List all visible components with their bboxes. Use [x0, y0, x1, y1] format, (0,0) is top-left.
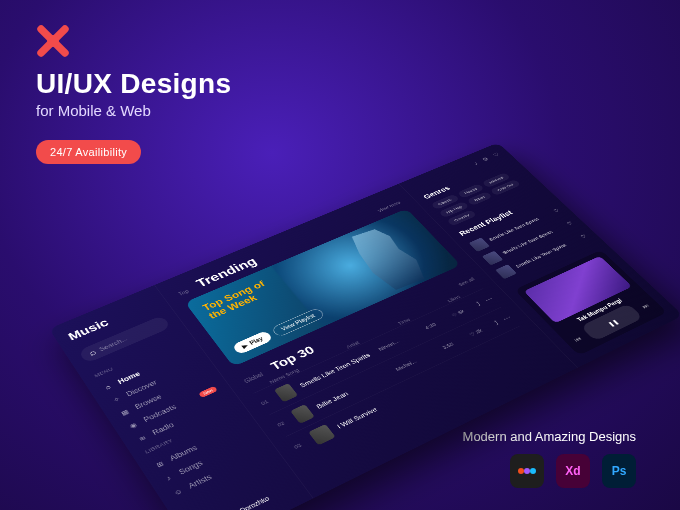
see-all-link[interactable]: See all	[457, 277, 475, 288]
more-icon[interactable]: ⋯	[501, 314, 513, 323]
track-time: 3:55	[441, 336, 465, 350]
heart-icon[interactable]: ♡	[552, 208, 560, 213]
marketing-sub: for Mobile & Web	[36, 102, 231, 119]
share-icon[interactable]: ⤴	[474, 300, 483, 307]
track-cover	[308, 424, 335, 445]
search-icon: ⌕	[87, 348, 98, 358]
recent-cover	[495, 264, 517, 279]
play-icon: ▶	[241, 343, 249, 350]
notification-icon[interactable]: ♪	[472, 161, 479, 166]
track-number: 02	[276, 419, 289, 428]
more-icon[interactable]: ⋯	[483, 295, 495, 304]
play-button[interactable]: ▶Play	[232, 330, 274, 355]
track-likes: ♡2k	[468, 325, 490, 338]
browse-icon: ▦	[118, 407, 131, 417]
podcast-icon: ◉	[127, 420, 140, 431]
albums-icon: ⊞	[153, 459, 167, 470]
artists-icon: ☺	[171, 486, 185, 497]
track-number: 01	[260, 397, 273, 406]
track-cover	[274, 383, 298, 402]
track-likes: ♡5k	[451, 306, 473, 318]
heart-icon[interactable]: ♡	[580, 234, 588, 239]
group-global[interactable]: Global	[243, 371, 264, 384]
prev-button[interactable]: ⏮	[569, 333, 586, 345]
heart-icon[interactable]: ♡	[566, 221, 574, 226]
sidebar-item-label: Radio	[151, 421, 176, 437]
settings-icon[interactable]: ⚙	[481, 156, 490, 162]
marketing-headline: UI/UX Designs	[36, 68, 231, 100]
track-number: 03	[293, 440, 308, 450]
bell-icon[interactable]: ♡	[492, 152, 501, 158]
column-labels: See all	[457, 277, 475, 288]
music-app-window: Music ⌕ Menu ⌂ Home ✧ Discover ▦ Browse …	[49, 143, 680, 510]
user-name: Vitaliy Dorozhko	[219, 495, 270, 510]
discover-icon: ✧	[110, 395, 123, 405]
track-cover	[290, 404, 315, 424]
radio-icon: ≋	[135, 433, 149, 444]
home-icon: ⌂	[101, 382, 114, 392]
share-icon[interactable]: ⤴	[492, 319, 501, 326]
songs-icon: ♪	[162, 472, 176, 483]
brand-logo	[36, 24, 70, 58]
next-button[interactable]: ⏭	[637, 300, 654, 312]
view-playlist-button[interactable]: View Playlist	[270, 307, 325, 337]
pause-button[interactable]: ❚❚	[580, 303, 643, 341]
tab-top[interactable]: Top	[177, 288, 190, 296]
svg-point-0	[47, 35, 59, 47]
track-time: 4:20	[424, 317, 448, 330]
sidebar-item-label: Artists	[187, 473, 214, 490]
